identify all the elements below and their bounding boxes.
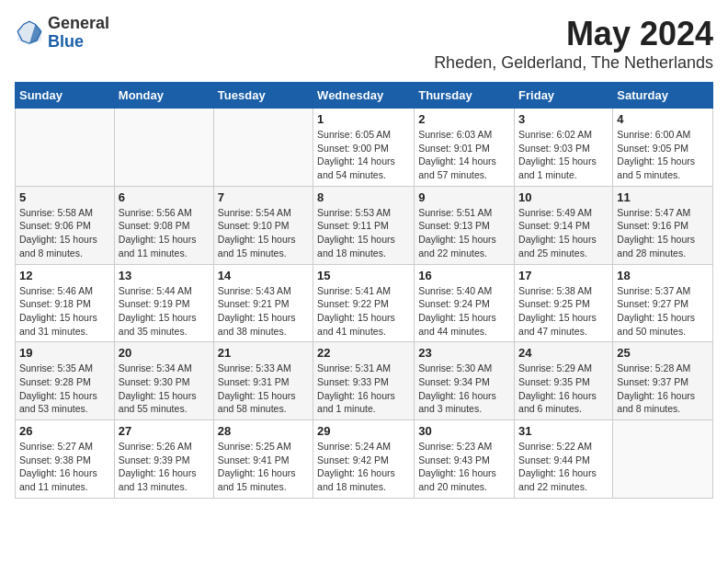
day-info: Sunrise: 5:49 AM Sunset: 9:14 PM Dayligh… <box>518 206 609 260</box>
day-info: Sunrise: 6:05 AM Sunset: 9:00 PM Dayligh… <box>317 128 410 182</box>
calendar-cell: 4Sunrise: 6:00 AM Sunset: 9:05 PM Daylig… <box>613 109 713 187</box>
day-info: Sunrise: 5:34 AM Sunset: 9:30 PM Dayligh… <box>119 362 210 416</box>
day-number: 4 <box>617 112 709 126</box>
day-number: 5 <box>19 190 110 204</box>
day-info: Sunrise: 6:00 AM Sunset: 9:05 PM Dayligh… <box>617 128 709 182</box>
logo-general: General <box>48 15 109 33</box>
week-row-2: 5Sunrise: 5:58 AM Sunset: 9:06 PM Daylig… <box>16 186 713 264</box>
day-number: 19 <box>19 346 110 360</box>
calendar-cell: 28Sunrise: 5:25 AM Sunset: 9:41 PM Dayli… <box>213 420 313 499</box>
calendar-cell: 10Sunrise: 5:49 AM Sunset: 9:14 PM Dayli… <box>515 186 613 264</box>
day-number: 21 <box>218 346 309 360</box>
calendar-cell: 13Sunrise: 5:44 AM Sunset: 9:19 PM Dayli… <box>114 264 213 342</box>
day-info: Sunrise: 5:24 AM Sunset: 9:42 PM Dayligh… <box>317 440 410 494</box>
day-number: 7 <box>218 190 309 204</box>
day-info: Sunrise: 5:26 AM Sunset: 9:39 PM Dayligh… <box>119 440 210 494</box>
day-number: 3 <box>518 112 609 126</box>
calendar-cell: 5Sunrise: 5:58 AM Sunset: 9:06 PM Daylig… <box>16 186 115 264</box>
day-info: Sunrise: 5:33 AM Sunset: 9:31 PM Dayligh… <box>218 362 309 416</box>
week-row-4: 19Sunrise: 5:35 AM Sunset: 9:28 PM Dayli… <box>16 342 713 420</box>
calendar-cell: 20Sunrise: 5:34 AM Sunset: 9:30 PM Dayli… <box>114 342 213 420</box>
day-number: 24 <box>518 346 609 360</box>
day-of-week-saturday: Saturday <box>613 83 713 109</box>
calendar-cell: 6Sunrise: 5:56 AM Sunset: 9:08 PM Daylig… <box>114 186 213 264</box>
day-of-week-wednesday: Wednesday <box>313 83 415 109</box>
calendar-cell: 24Sunrise: 5:29 AM Sunset: 9:35 PM Dayli… <box>515 342 613 420</box>
day-number: 12 <box>19 269 110 282</box>
day-number: 28 <box>218 424 309 438</box>
day-info: Sunrise: 5:38 AM Sunset: 9:25 PM Dayligh… <box>518 284 609 339</box>
day-number: 25 <box>617 346 709 360</box>
calendar-header-row: SundayMondayTuesdayWednesdayThursdayFrid… <box>16 83 713 109</box>
calendar-cell: 25Sunrise: 5:28 AM Sunset: 9:37 PM Dayli… <box>613 342 713 420</box>
calendar-table: SundayMondayTuesdayWednesdayThursdayFrid… <box>15 82 713 499</box>
calendar-cell: 3Sunrise: 6:02 AM Sunset: 9:03 PM Daylig… <box>515 109 613 187</box>
day-number: 8 <box>317 190 410 204</box>
day-number: 22 <box>317 346 410 360</box>
day-info: Sunrise: 5:40 AM Sunset: 9:24 PM Dayligh… <box>418 284 510 339</box>
calendar-cell: 27Sunrise: 5:26 AM Sunset: 9:39 PM Dayli… <box>114 420 213 499</box>
day-number: 18 <box>617 269 709 282</box>
day-info: Sunrise: 5:43 AM Sunset: 9:21 PM Dayligh… <box>218 284 309 339</box>
day-of-week-sunday: Sunday <box>16 83 115 109</box>
day-number: 10 <box>518 190 609 204</box>
day-info: Sunrise: 5:30 AM Sunset: 9:34 PM Dayligh… <box>418 362 510 416</box>
calendar-cell <box>16 109 115 187</box>
day-info: Sunrise: 5:37 AM Sunset: 9:27 PM Dayligh… <box>617 284 709 339</box>
day-info: Sunrise: 5:53 AM Sunset: 9:11 PM Dayligh… <box>317 206 410 260</box>
day-number: 29 <box>317 424 410 438</box>
calendar-cell: 1Sunrise: 6:05 AM Sunset: 9:00 PM Daylig… <box>313 109 415 187</box>
calendar-cell: 16Sunrise: 5:40 AM Sunset: 9:24 PM Dayli… <box>415 264 515 342</box>
day-info: Sunrise: 6:02 AM Sunset: 9:03 PM Dayligh… <box>518 128 609 182</box>
day-number: 13 <box>119 269 210 282</box>
day-info: Sunrise: 5:56 AM Sunset: 9:08 PM Dayligh… <box>119 206 210 260</box>
day-number: 2 <box>418 112 510 126</box>
calendar-cell: 8Sunrise: 5:53 AM Sunset: 9:11 PM Daylig… <box>313 186 415 264</box>
calendar-cell <box>613 420 713 499</box>
week-row-5: 26Sunrise: 5:27 AM Sunset: 9:38 PM Dayli… <box>16 420 713 499</box>
day-number: 27 <box>119 424 210 438</box>
logo-text: General Blue <box>48 15 109 52</box>
calendar-cell: 26Sunrise: 5:27 AM Sunset: 9:38 PM Dayli… <box>16 420 115 499</box>
day-number: 15 <box>317 269 410 282</box>
day-info: Sunrise: 5:46 AM Sunset: 9:18 PM Dayligh… <box>19 284 110 339</box>
day-number: 23 <box>418 346 510 360</box>
day-info: Sunrise: 5:25 AM Sunset: 9:41 PM Dayligh… <box>218 440 309 494</box>
location: Rheden, Gelderland, The Netherlands <box>434 53 713 73</box>
calendar-cell: 23Sunrise: 5:30 AM Sunset: 9:34 PM Dayli… <box>415 342 515 420</box>
day-info: Sunrise: 5:35 AM Sunset: 9:28 PM Dayligh… <box>19 362 110 416</box>
calendar-cell: 14Sunrise: 5:43 AM Sunset: 9:21 PM Dayli… <box>213 264 313 342</box>
day-info: Sunrise: 5:54 AM Sunset: 9:10 PM Dayligh… <box>218 206 309 260</box>
month-year: May 2024 <box>434 15 713 53</box>
calendar-cell: 21Sunrise: 5:33 AM Sunset: 9:31 PM Dayli… <box>213 342 313 420</box>
day-number: 20 <box>119 346 210 360</box>
day-info: Sunrise: 5:44 AM Sunset: 9:19 PM Dayligh… <box>119 284 210 339</box>
day-of-week-thursday: Thursday <box>415 83 515 109</box>
day-info: Sunrise: 5:31 AM Sunset: 9:33 PM Dayligh… <box>317 362 410 416</box>
calendar-cell: 19Sunrise: 5:35 AM Sunset: 9:28 PM Dayli… <box>16 342 115 420</box>
day-info: Sunrise: 5:23 AM Sunset: 9:43 PM Dayligh… <box>418 440 510 494</box>
calendar-cell: 17Sunrise: 5:38 AM Sunset: 9:25 PM Dayli… <box>515 264 613 342</box>
day-of-week-tuesday: Tuesday <box>213 83 313 109</box>
day-number: 9 <box>418 190 510 204</box>
calendar-cell: 29Sunrise: 5:24 AM Sunset: 9:42 PM Dayli… <box>313 420 415 499</box>
day-info: Sunrise: 5:58 AM Sunset: 9:06 PM Dayligh… <box>19 206 110 260</box>
day-of-week-friday: Friday <box>515 83 613 109</box>
calendar-cell: 9Sunrise: 5:51 AM Sunset: 9:13 PM Daylig… <box>415 186 515 264</box>
day-info: Sunrise: 5:41 AM Sunset: 9:22 PM Dayligh… <box>317 284 410 339</box>
calendar-cell: 18Sunrise: 5:37 AM Sunset: 9:27 PM Dayli… <box>613 264 713 342</box>
day-info: Sunrise: 6:03 AM Sunset: 9:01 PM Dayligh… <box>418 128 510 182</box>
calendar-cell: 12Sunrise: 5:46 AM Sunset: 9:18 PM Dayli… <box>16 264 115 342</box>
week-row-3: 12Sunrise: 5:46 AM Sunset: 9:18 PM Dayli… <box>16 264 713 342</box>
day-number: 1 <box>317 112 410 126</box>
day-info: Sunrise: 5:51 AM Sunset: 9:13 PM Dayligh… <box>418 206 510 260</box>
week-row-1: 1Sunrise: 6:05 AM Sunset: 9:00 PM Daylig… <box>16 109 713 187</box>
logo-blue: Blue <box>48 33 109 52</box>
day-number: 14 <box>218 269 309 282</box>
day-info: Sunrise: 5:47 AM Sunset: 9:16 PM Dayligh… <box>617 206 709 260</box>
day-number: 26 <box>19 424 110 438</box>
calendar-cell <box>213 109 313 187</box>
day-number: 30 <box>418 424 510 438</box>
title-block: May 2024 Rheden, Gelderland, The Netherl… <box>434 15 713 73</box>
day-info: Sunrise: 5:27 AM Sunset: 9:38 PM Dayligh… <box>19 440 110 494</box>
